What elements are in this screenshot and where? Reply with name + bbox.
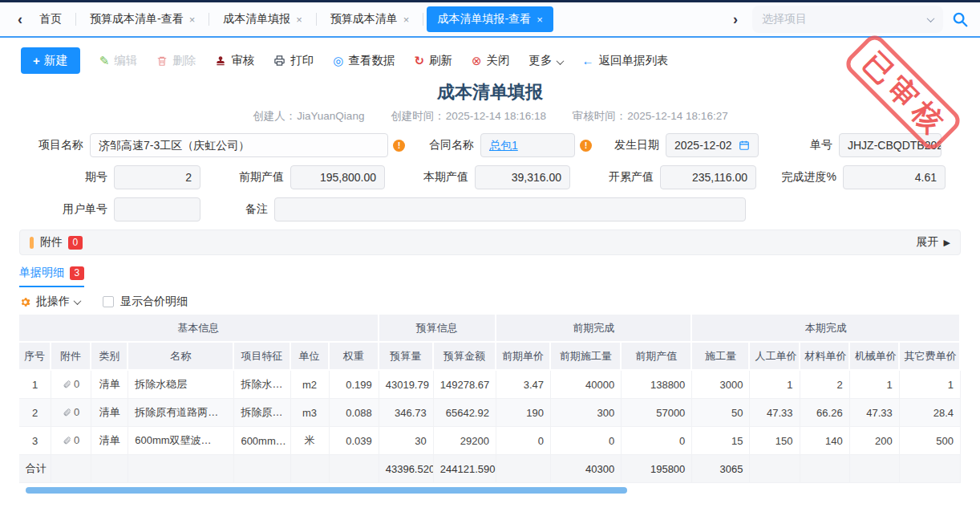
table-cell[interactable]: 30 [379,427,434,455]
table-cell[interactable]: 0 [496,427,551,455]
column-header[interactable]: 序号 [19,343,51,371]
accum-output-field[interactable]: 235,116.00 [660,165,756,189]
table-cell[interactable]: 拆除原有道路两… [128,399,234,427]
close-icon[interactable]: × [403,14,410,26]
tab-document-3[interactable]: 预算成本清单× [320,6,420,32]
edit-button[interactable]: ✎编辑 [99,53,138,68]
more-button[interactable]: 更多 [529,53,563,68]
tab-document-2[interactable]: 成本清单填报× [213,6,313,32]
horizontal-scrollbar[interactable] [19,487,961,494]
table-cell[interactable]: 200 [850,427,900,455]
contract-name-field[interactable]: 总包1 [480,133,575,157]
column-header[interactable]: 人工单价 [750,343,800,371]
table-cell[interactable]: 0 [51,371,91,399]
print-button[interactable]: 打印 [273,53,314,68]
table-cell[interactable]: 43019.79 [379,371,434,399]
tab-home[interactable]: 首页 [29,6,72,32]
column-header[interactable]: 其它费单价 [900,343,961,371]
table-cell[interactable]: 3.47 [496,371,551,399]
table-cell[interactable]: 0.088 [330,399,379,427]
scrollbar-thumb[interactable] [26,487,627,494]
table-cell[interactable]: 28.4 [900,399,961,427]
column-header[interactable]: 前期单价 [496,343,551,371]
progress-field[interactable]: 4.61 [843,165,946,189]
table-cell[interactable]: 600mm… [234,427,290,455]
table-row[interactable]: 30清单600mm双壁波…600mm…米0.039302920000015150… [19,427,961,455]
table-cell[interactable]: 346.73 [379,399,434,427]
table-cell[interactable]: 15 [692,427,750,455]
show-combined-price-checkbox[interactable]: 显示合价明细 [103,295,188,309]
table-cell[interactable]: 57000 [622,399,692,427]
table-cell[interactable]: 清单 [91,371,128,399]
table-cell[interactable]: 47.33 [750,399,800,427]
table-cell[interactable]: 40000 [551,371,622,399]
table-cell[interactable]: 1 [850,371,900,399]
table-cell[interactable]: 300 [551,399,622,427]
attachments-bar[interactable]: 附件 0 展开 ▶ [19,230,961,255]
table-cell[interactable]: 清单 [91,399,128,427]
table-cell[interactable]: 清单 [91,427,128,455]
current-output-field[interactable]: 39,316.00 [475,165,570,189]
table-cell[interactable]: 0.199 [330,371,379,399]
table-cell[interactable]: 500 [900,427,961,455]
project-select[interactable]: 选择项目 [752,6,943,33]
close-icon[interactable]: × [296,14,302,26]
back-to-list-button[interactable]: ←返回单据列表 [582,53,669,68]
tab-document-1[interactable]: 预算成本清单-查看× [79,6,205,32]
prev-output-field[interactable]: 195,800.00 [290,165,385,189]
close-button[interactable]: ⊗关闭 [472,53,510,68]
remark-field[interactable] [274,197,746,221]
table-cell[interactable]: m3 [291,399,330,427]
period-no-field[interactable]: 2 [114,165,200,189]
tabs-scroll-left-icon[interactable]: ‹ [11,11,29,28]
user-doc-no-field[interactable] [114,197,200,221]
table-cell[interactable]: 140 [800,427,850,455]
column-header[interactable]: 附件 [51,343,91,371]
table-cell[interactable]: 拆除水… [234,371,290,399]
table-cell[interactable]: 150 [750,427,800,455]
table-cell[interactable]: 65642.92 [434,399,496,427]
table-cell[interactable]: m2 [291,371,330,399]
doc-no-field[interactable]: JHJZ-CBQDTB2025 [839,133,942,157]
close-icon[interactable]: × [537,14,543,26]
checkbox-icon[interactable] [103,296,114,307]
table-cell[interactable]: 3 [19,427,51,455]
table-cell[interactable]: 0 [51,427,91,455]
column-header[interactable]: 名称 [128,343,234,371]
project-name-field[interactable]: 济邹高速7-3工区（庆虹公司） [90,133,388,157]
refresh-button[interactable]: ↻刷新 [414,53,452,68]
table-cell[interactable]: 0.039 [330,427,379,455]
tabs-scroll-right-icon[interactable]: › [727,11,744,28]
contract-link[interactable]: 总包1 [489,134,518,156]
column-header[interactable]: 单位 [291,343,330,371]
table-cell[interactable]: 0 [51,399,91,427]
table-cell[interactable]: 拆除水稳层 [128,371,234,399]
table-cell[interactable]: 拆除原… [234,399,290,427]
table-cell[interactable]: 149278.67 [434,371,496,399]
delete-button[interactable]: 删除 [156,53,196,68]
column-header[interactable]: 预算量 [379,343,434,371]
info-icon[interactable]: ! [580,140,592,152]
table-cell[interactable]: 47.33 [850,399,900,427]
column-header[interactable]: 施工量 [692,343,750,371]
column-header[interactable]: 权重 [330,343,379,371]
calendar-icon[interactable] [739,140,750,151]
column-header[interactable]: 前期施工量 [551,343,622,371]
column-header[interactable]: 预算金额 [434,343,496,371]
table-cell[interactable]: 1 [900,371,961,399]
table-cell[interactable]: 2 [19,399,51,427]
table-cell[interactable]: 0 [622,427,692,455]
table-cell[interactable]: 米 [291,427,330,455]
table-cell[interactable]: 190 [496,399,551,427]
table-cell[interactable]: 1 [750,371,800,399]
table-cell[interactable]: 3000 [692,371,750,399]
batch-operations-button[interactable]: 批操作 [19,295,80,309]
column-header[interactable]: 项目特征 [234,343,290,371]
column-header[interactable]: 前期产值 [622,343,692,371]
audit-button[interactable]: 审核 [215,53,254,68]
table-row[interactable]: 10清单拆除水稳层拆除水…m20.19943019.79149278.673.4… [19,371,961,399]
expand-button[interactable]: 展开 ▶ [917,235,950,250]
table-cell[interactable]: 0 [551,427,622,455]
table-cell[interactable]: 50 [692,399,750,427]
table-cell[interactable]: 2 [800,371,850,399]
